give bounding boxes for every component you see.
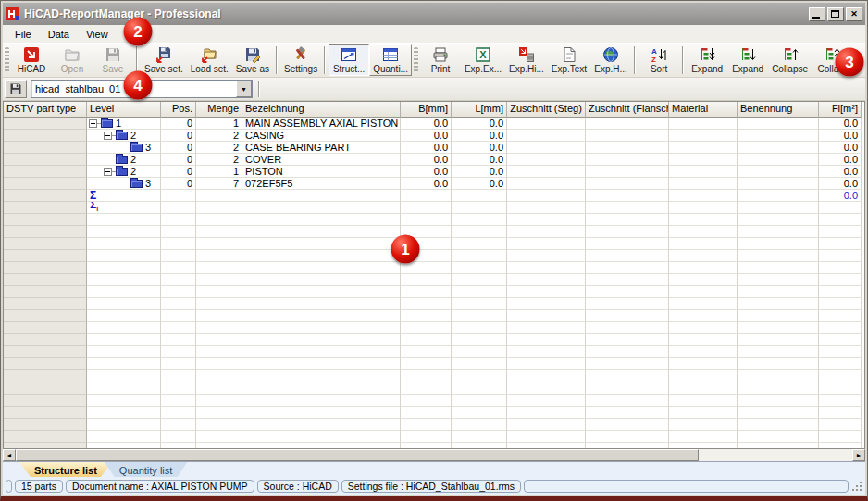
toolbar-button-load-set-[interactable]: Load set. — [187, 44, 232, 76]
empty-row[interactable] — [4, 443, 862, 448]
table-row[interactable]: 202COVER0.00.00.0 — [4, 154, 862, 166]
empty-row[interactable] — [4, 346, 862, 358]
close-button[interactable]: ✕ — [846, 7, 862, 21]
cell — [669, 395, 738, 407]
toolbar-button-quanti-[interactable]: Quanti... — [369, 44, 412, 76]
cell — [738, 214, 819, 226]
empty-row[interactable] — [4, 238, 862, 250]
toolbar-button-hicad[interactable]: HiCAD — [11, 44, 52, 76]
table-row[interactable]: 201PISTON0.00.00.0 — [4, 166, 862, 178]
sum-row[interactable]: Σ0.0 — [4, 190, 862, 202]
scroll-right-arrow-icon[interactable]: ► — [852, 449, 865, 461]
empty-row[interactable] — [4, 334, 862, 346]
tab-quantity-list[interactable]: Quantity list — [105, 462, 187, 477]
empty-row[interactable] — [4, 382, 862, 395]
save-settings-button[interactable] — [5, 80, 27, 98]
maximize-button[interactable] — [827, 7, 844, 21]
tree-expand-minus-icon[interactable] — [104, 132, 112, 140]
column-header-l-mm-[interactable]: L[mm] — [452, 102, 507, 118]
cell — [669, 322, 738, 334]
cell — [586, 286, 669, 298]
toolbar-button-collapse[interactable]: Collapse — [768, 44, 812, 76]
combobox-dropdown-arrow-icon[interactable]: ▼ — [236, 81, 252, 97]
column-header-menge[interactable]: Menge — [196, 102, 242, 118]
cell: 0.0 — [819, 154, 862, 166]
tree-expand-minus-icon[interactable] — [104, 168, 112, 176]
toolbar-button-exp-h-[interactable]: Exp.H... — [590, 44, 631, 76]
structure-icon — [341, 46, 357, 63]
sum-i-row[interactable]: Σi — [4, 202, 862, 214]
table-row[interactable]: 302CASE BEARING PART0.00.00.0 — [4, 142, 862, 154]
toolbar-button-expand[interactable]: Expand — [687, 44, 727, 76]
empty-row[interactable] — [4, 395, 862, 407]
empty-row[interactable] — [4, 214, 862, 226]
toolbar-button-sort[interactable]: AZSort — [639, 44, 679, 76]
empty-row[interactable] — [4, 431, 862, 443]
quantity-icon — [382, 46, 399, 63]
cell — [401, 382, 452, 395]
toolbar-button-save-as[interactable]: Save as — [232, 44, 273, 76]
empty-row[interactable] — [4, 286, 862, 298]
cell — [819, 395, 862, 407]
toolbar-button-exp-ex-[interactable]: XExp.Ex... — [461, 44, 505, 76]
empty-row[interactable] — [4, 322, 862, 334]
empty-row[interactable] — [4, 358, 862, 370]
column-header-b-mm-[interactable]: B[mm] — [401, 102, 452, 118]
scrollbar-thumb[interactable] — [16, 449, 699, 461]
cell — [4, 322, 87, 334]
column-header-fl-m-[interactable]: Fl[m²] — [819, 102, 862, 118]
cell — [401, 262, 452, 274]
column-header-zuschnitt-flansch-[interactable]: Zuschnitt (Flansch) — [586, 102, 669, 118]
cell — [738, 274, 819, 286]
empty-row[interactable] — [4, 274, 862, 286]
menu-item-file[interactable]: File — [6, 27, 40, 42]
empty-row[interactable] — [4, 226, 862, 238]
menu-item-view[interactable]: View — [78, 27, 117, 42]
table-row[interactable]: 307072EF5F50.00.00.0 — [4, 178, 862, 190]
cell — [4, 202, 87, 214]
column-header-material[interactable]: Material — [669, 102, 738, 118]
cell — [669, 419, 738, 431]
cell — [196, 395, 242, 407]
toolbar-button-settings[interactable]: Settings — [280, 44, 321, 76]
toolbar-button-exp-text[interactable]: Exp.Text — [548, 44, 590, 76]
toolbar-button-struct-[interactable]: Struct... — [329, 44, 369, 76]
empty-row[interactable] — [4, 298, 862, 310]
empty-row[interactable] — [4, 370, 862, 382]
empty-row[interactable] — [4, 407, 862, 419]
empty-row[interactable] — [4, 262, 862, 274]
empty-row[interactable] — [4, 419, 862, 431]
column-header-pos-[interactable]: Pos. — [161, 102, 196, 118]
toolbar-grip[interactable] — [5, 47, 9, 73]
toolbar-separator — [682, 46, 684, 74]
tab-structure-list[interactable]: Structure list — [19, 462, 112, 477]
scrollbar-track[interactable] — [699, 449, 852, 461]
pos-cell: 0 — [161, 166, 196, 178]
column-header-bezeichnung[interactable]: Bezeichnung — [242, 102, 401, 118]
cell — [669, 286, 738, 298]
scroll-left-arrow-icon[interactable]: ◄ — [3, 449, 16, 461]
horizontal-scrollbar[interactable]: ◄ ► — [3, 448, 865, 461]
resize-grip-icon[interactable] — [851, 481, 862, 492]
cell — [507, 322, 586, 334]
toolbar-grip[interactable] — [414, 47, 418, 73]
table-row[interactable]: 202CASING0.00.00.0 — [4, 130, 862, 142]
menge-cell: 7 — [196, 178, 242, 190]
tree-expand-minus-icon[interactable] — [89, 119, 97, 128]
toolbar-button-save-set-[interactable]: Save set. — [141, 44, 187, 76]
column-header-benennung[interactable]: Benennung — [738, 102, 819, 118]
cell — [586, 214, 669, 226]
toolbar-button-expand[interactable]: Expand — [727, 44, 768, 76]
toolbar-button-print[interactable]: Print — [420, 44, 461, 76]
empty-row[interactable] — [4, 250, 862, 262]
toolbar-button-exp-hi-[interactable]: Exp.Hi... — [505, 44, 548, 76]
column-header-level[interactable]: Level — [87, 102, 161, 118]
table-row[interactable]: 101MAIN ASSEMBLY AXIAL PISTON PUMP0.00.0… — [4, 118, 862, 130]
column-header-zuschnitt-steg-[interactable]: Zuschnitt (Steg) — [507, 102, 586, 118]
menu-item-data[interactable]: Data — [40, 27, 78, 42]
empty-row[interactable] — [4, 310, 862, 322]
minimize-button[interactable] — [809, 7, 825, 21]
column-header-dstv-part-type[interactable]: DSTV part type — [4, 102, 87, 118]
cell — [819, 310, 862, 322]
cell — [586, 118, 669, 130]
